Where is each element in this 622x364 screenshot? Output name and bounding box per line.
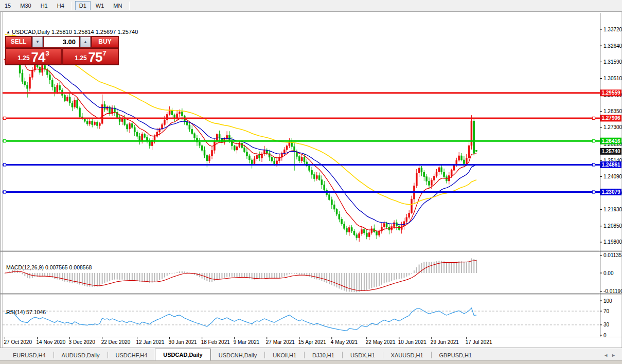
tab-USDCHF-H4[interactable]: USDCHF,H4 (108, 350, 155, 360)
tab-UKOil-H1[interactable]: UKOil,H1 (265, 350, 304, 360)
timeframe-button-M30[interactable]: M30 (16, 1, 35, 10)
tab-DJ30-H1[interactable]: DJ30,H1 (305, 350, 342, 360)
tab-GBPUSD-H1[interactable]: GBPUSD,H1 (432, 350, 480, 360)
toolbar-separator (72, 2, 72, 10)
date-label: 17 Jul 2021 (466, 339, 492, 345)
date-label: 29 Jun 2021 (431, 339, 459, 345)
lot-size-input[interactable]: 3.00 (44, 37, 79, 47)
buy-price-pip: 7 (103, 49, 106, 57)
sell-button[interactable]: SELL (6, 37, 31, 47)
one-click-trading-panel: SELL ▼ 3.00 ▲ BUY 1.25 74 3 1.25 75 7 (5, 36, 119, 65)
price-badge-1.24861: 1.24861 (600, 161, 621, 168)
buy-price-quote[interactable]: 1.25 75 7 (63, 48, 118, 65)
symbol-period-label: USDCAD,Daily (12, 29, 50, 35)
svg-text:1.31590: 1.31590 (603, 59, 622, 65)
svg-text:0.00: 0.00 (603, 270, 614, 276)
svg-text:0.01135: 0.01135 (603, 252, 622, 258)
svg-text:1.21930: 1.21930 (603, 207, 622, 212)
buy-price-prefix: 1.25 (75, 54, 86, 62)
ohlc-info-line: ▲ USDCAD,Daily 1.25810 1.25814 1.25697 1… (6, 29, 138, 35)
tab-USDCNH-Daily[interactable]: USDCNH,Daily (211, 350, 265, 360)
sell-price-pip: 3 (46, 49, 49, 57)
date-label: 27 Mar 2021 (266, 339, 295, 345)
date-label: 15 Apr 2021 (298, 339, 326, 345)
high-value: 1.25814 (74, 29, 94, 35)
svg-text:1.25740: 1.25740 (601, 149, 620, 154)
date-label: 3 Dec 2020 (69, 339, 96, 345)
date-label: 14 Nov 2020 (37, 339, 66, 345)
date-label: 22 Dec 2020 (101, 339, 131, 345)
date-label: 27 Oct 2020 (4, 339, 32, 345)
tab-EURUSD-H4[interactable]: EURUSD,H4 (5, 350, 54, 360)
svg-text:1.26416: 1.26416 (601, 138, 620, 144)
macd-indicator-label: MACD(12,26,9) 0.007565 0.008568 (6, 264, 92, 270)
sell-price-quote[interactable]: 1.25 74 3 (6, 48, 61, 65)
date-label: 9 Mar 2021 (234, 339, 260, 345)
date-label: 18 Feb 2021 (201, 339, 230, 345)
rsi-value: 57.1046 (26, 309, 46, 315)
chart-collapse-icon[interactable]: ▲ (6, 30, 10, 34)
timeframe-button-D1[interactable]: D1 (75, 1, 91, 10)
date-label: 30 Jan 2021 (169, 339, 197, 345)
svg-text:1.20850: 1.20850 (603, 223, 622, 229)
toolbar-separator (129, 2, 130, 10)
svg-text:1.30510: 1.30510 (603, 76, 622, 81)
timeframe-toolbar: 15M30H1H4D1W1MN (0, 0, 622, 12)
svg-text:1.19800: 1.19800 (603, 239, 622, 245)
window-bottom-edge (0, 360, 622, 364)
chart-window: 1.337201.326401.315901.305101.294301.283… (0, 12, 622, 348)
svg-text:1.27906: 1.27906 (601, 115, 620, 121)
date-label: 4 May 2021 (331, 339, 358, 345)
timeframe-button-H1[interactable]: H1 (37, 1, 52, 10)
tab-USDCAD-Daily[interactable]: USDCAD,Daily (155, 349, 210, 360)
sell-price-big: 74 (31, 50, 45, 64)
timeframe-button-H4[interactable]: H4 (53, 1, 68, 10)
svg-text:100: 100 (603, 298, 612, 304)
date-label: 10 Jun 2021 (398, 339, 426, 345)
open-value: 1.25810 (51, 29, 72, 35)
date-label: 22 May 2021 (366, 339, 396, 345)
svg-text:1.24861: 1.24861 (601, 162, 620, 168)
timeframe-button-W1[interactable]: W1 (92, 1, 109, 10)
price-badge-1.29559: 1.29559 (600, 89, 621, 96)
tab-XAUUSD-H1[interactable]: XAUUSD,H1 (383, 350, 431, 360)
tab-AUDUSD-Daily[interactable]: AUDUSD,Daily (54, 350, 108, 360)
svg-text:-0.01190: -0.01190 (603, 288, 622, 294)
price-badge-1.25740: 1.25740 (600, 148, 621, 155)
svg-text:1.29559: 1.29559 (601, 90, 620, 96)
svg-text:1.32640: 1.32640 (603, 43, 622, 49)
svg-text:0: 0 (603, 333, 607, 338)
price-badge-1.23079: 1.23079 (600, 189, 621, 195)
close-value: 1.25740 (118, 29, 138, 35)
price-badge-1.26416: 1.26416 (600, 138, 621, 144)
rsi-indicator-label: RSI(14) 57.1046 (6, 309, 46, 315)
svg-text:70: 70 (603, 308, 610, 314)
timeframe-button-MN[interactable]: MN (109, 1, 126, 10)
price-badge-1.27906: 1.27906 (600, 115, 621, 121)
macd-values: 0.007565 0.008568 (45, 264, 92, 270)
svg-text:1.33720: 1.33720 (603, 27, 622, 32)
buy-button[interactable]: BUY (92, 37, 118, 47)
svg-text:1.23079: 1.23079 (601, 189, 620, 195)
lot-decrease-button[interactable]: ▼ (32, 37, 43, 47)
svg-text:1.27300: 1.27300 (603, 124, 622, 130)
lot-increase-button[interactable]: ▲ (80, 37, 91, 47)
svg-text:30: 30 (603, 322, 610, 327)
tabs-scroll-left-icon[interactable]: ◄ (603, 353, 611, 358)
tabs-scroll-right-icon[interactable]: ► (611, 353, 619, 358)
timeframe-button-15[interactable]: 15 (1, 1, 15, 10)
chart-tab-bar: EURUSD,H4AUDUSD,DailyUSDCHF,H4USDCAD,Dai… (0, 348, 622, 360)
svg-text:1.28350: 1.28350 (603, 108, 622, 114)
date-label: 12 Jan 2021 (136, 339, 165, 345)
sell-price-prefix: 1.25 (17, 54, 29, 62)
low-value: 1.25697 (96, 29, 116, 35)
buy-price-big: 75 (88, 50, 102, 64)
tab-USDX-H1[interactable]: USDX,H1 (343, 350, 383, 360)
svg-text:1.24090: 1.24090 (603, 174, 622, 179)
